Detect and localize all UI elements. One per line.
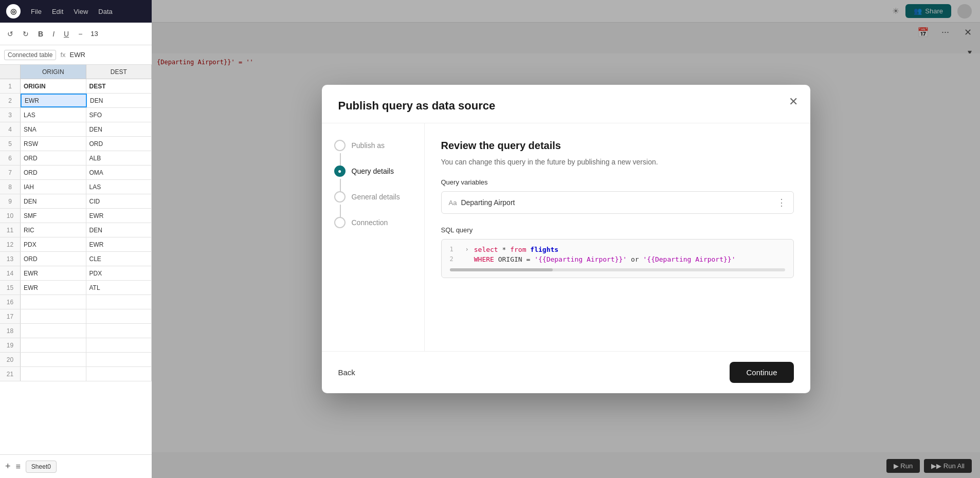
cell-e[interactable]: ORD [86, 137, 152, 151]
underline-button[interactable]: U [61, 28, 72, 40]
step-publish-as[interactable]: Publish as [334, 140, 412, 151]
cell-e[interactable]: EWR [86, 237, 152, 251]
cell-d[interactable]: SMF [21, 209, 86, 223]
top-menubar: ◎ File Edit View Data [0, 0, 152, 23]
table-row: 21 [0, 367, 152, 381]
cell-d[interactable] [21, 324, 86, 338]
cell-d[interactable]: RIC [21, 223, 86, 237]
cell-d[interactable] [21, 295, 86, 309]
row-number: 8 [0, 180, 21, 194]
table-row: 15EWRATL [0, 281, 152, 295]
line-num-1: 1 [450, 246, 460, 253]
step-query-details[interactable]: ● Query details [334, 166, 412, 177]
fx-label: fx [60, 51, 65, 59]
table-row: 8IAHLAS [0, 180, 152, 194]
step-3-circle [334, 191, 346, 203]
row-number: 20 [0, 353, 21, 366]
chevron-1: › [465, 246, 469, 253]
italic-button[interactable]: I [49, 28, 58, 40]
variable-icon: Aa [449, 199, 457, 207]
row-number-header [0, 65, 21, 79]
sql-horizontal-scrollbar[interactable] [450, 268, 785, 271]
add-sheet-button[interactable]: + [5, 461, 11, 472]
cell-d[interactable]: ORD [21, 166, 86, 179]
table-row: 1ORIGINDEST [0, 79, 152, 94]
cell-d[interactable]: LAS [21, 108, 86, 122]
strikethrough-button[interactable]: − [75, 28, 85, 40]
sheet-tab[interactable]: Sheet0 [26, 461, 57, 473]
continue-button[interactable]: Continue [730, 362, 793, 383]
connected-table-label: Connected table [4, 50, 56, 60]
cell-d[interactable]: IAH [21, 180, 86, 194]
cell-e[interactable] [86, 309, 152, 323]
cell-d[interactable]: EWR [21, 281, 86, 295]
cell-d[interactable] [21, 309, 86, 323]
row-number: 7 [0, 166, 21, 179]
back-button[interactable]: Back [338, 368, 355, 377]
modal-overlay: Publish query as data source ✕ Publish a… [152, 0, 980, 478]
sql-query-box: 1 › select * from flights 2 › [441, 239, 794, 278]
cell-e[interactable]: ALB [86, 151, 152, 165]
query-variable-input[interactable]: Aa Departing Airport ⋮ [441, 191, 794, 214]
sql-select: select * from flights [474, 246, 558, 253]
menu-view[interactable]: View [74, 8, 88, 15]
cell-e[interactable] [86, 353, 152, 366]
cell-e[interactable] [86, 367, 152, 381]
content-subtitle: You can change this query in the future … [441, 158, 794, 166]
cell-d[interactable]: RSW [21, 137, 86, 151]
modal-close-button[interactable]: ✕ [789, 95, 798, 108]
cell-e[interactable]: CLE [86, 252, 152, 266]
font-size-display: 13 [88, 29, 100, 39]
cell-d[interactable] [21, 338, 86, 352]
cell-d[interactable]: PDX [21, 237, 86, 251]
cell-e[interactable]: DEST [86, 79, 152, 93]
sql-line-1: 1 › select * from flights [450, 246, 785, 253]
step-1-label: Publish as [352, 141, 385, 150]
variable-more-options[interactable]: ⋮ [777, 197, 786, 208]
cell-e[interactable]: CID [86, 194, 152, 208]
cell-e[interactable] [86, 295, 152, 309]
cell-d[interactable]: EWR [21, 266, 86, 280]
step-4-circle [334, 217, 346, 228]
col-d-header[interactable]: ORIGIN [21, 65, 86, 79]
row-number: 13 [0, 252, 21, 266]
row-number: 12 [0, 237, 21, 251]
col-e-header[interactable]: DEST [86, 65, 152, 79]
bottom-bar: + ≡ Sheet0 [0, 454, 152, 478]
cell-e[interactable]: LAS [86, 180, 152, 194]
step-4-label: Connection [352, 218, 388, 227]
table-row: 9DENCID [0, 194, 152, 209]
cell-d[interactable]: DEN [21, 194, 86, 208]
redo-button[interactable]: ↻ [20, 28, 32, 40]
cell-e[interactable]: EWR [86, 209, 152, 223]
cell-e[interactable] [86, 324, 152, 338]
cell-d[interactable]: ORD [21, 151, 86, 165]
cell-d[interactable] [21, 367, 86, 381]
menu-edit[interactable]: Edit [52, 8, 63, 15]
row-number: 18 [0, 324, 21, 338]
bold-button[interactable]: B [35, 28, 46, 40]
step-connection[interactable]: Connection [334, 217, 412, 228]
menu-data[interactable]: Data [98, 8, 112, 15]
cell-e[interactable]: DEN [86, 223, 152, 237]
cell-d[interactable] [21, 353, 86, 366]
sheets-menu-button[interactable]: ≡ [16, 462, 21, 471]
cell-e[interactable] [86, 338, 152, 352]
app-logo[interactable]: ◎ [6, 4, 21, 19]
cell-e[interactable]: DEN [86, 122, 152, 136]
cell-d[interactable]: ORIGIN [21, 79, 86, 93]
cell-d[interactable]: EWR [21, 94, 87, 107]
menu-file[interactable]: File [31, 8, 42, 15]
cell-e[interactable]: DEN [87, 94, 152, 107]
step-general-details[interactable]: General details [334, 191, 412, 203]
cell-e[interactable]: SFO [86, 108, 152, 122]
cell-e[interactable]: PDX [86, 266, 152, 280]
row-number: 21 [0, 367, 21, 381]
undo-button[interactable]: ↺ [4, 28, 16, 40]
cell-d[interactable]: SNA [21, 122, 86, 136]
cell-e[interactable]: OMA [86, 166, 152, 179]
cell-d[interactable]: ORD [21, 252, 86, 266]
table-row: 6ORDALB [0, 151, 152, 166]
step-2-circle: ● [334, 166, 346, 177]
cell-e[interactable]: ATL [86, 281, 152, 295]
